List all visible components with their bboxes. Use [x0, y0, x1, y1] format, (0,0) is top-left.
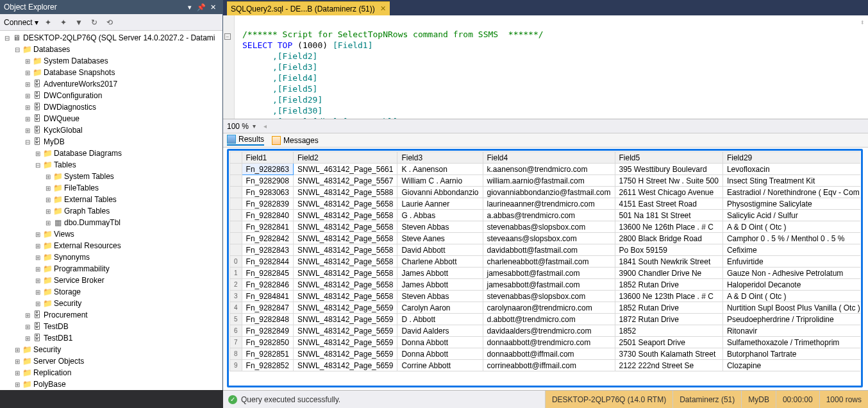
cell[interactable]: Fn_9284841 [242, 291, 293, 302]
filter-icon[interactable]: ▼ [73, 17, 85, 28]
table-row[interactable]: Fn_9282863SNWL_463142_Page_5661K . Aanen… [230, 164, 861, 175]
cell[interactable]: SNWL_483142_Page_5658 [293, 256, 397, 268]
cell[interactable]: SNWL_483142_Page_5658 [293, 210, 397, 221]
cell[interactable]: Gauze Non - Adhesive Petrolatum [722, 268, 860, 279]
tree-snapshots[interactable]: ⊞📁Database Snapshots [0, 67, 222, 78]
stop-icon[interactable]: ✦ [58, 17, 69, 28]
cell[interactable]: 13600 Ne 126th Place . # C [615, 221, 722, 233]
tree-filetables[interactable]: ⊞📁FileTables [0, 182, 222, 194]
sync-icon[interactable]: ⟲ [104, 17, 115, 28]
cell[interactable]: 13600 Ne 123th Place . # C [615, 291, 722, 302]
cell[interactable]: SNWL_483142_Page_5658 [293, 291, 397, 302]
cell[interactable]: laurineaanner@trendmicro.com [483, 198, 615, 210]
cell[interactable]: Fn_9282847 [242, 302, 293, 314]
tree-kyckglobal[interactable]: ⊞🗄KyckGlobal [0, 124, 222, 136]
table-row[interactable]: Fn_9283063SNWL_483142_Page_5588Giovanni … [230, 187, 861, 198]
cell[interactable]: jamesabbott@fastmail.com [483, 279, 615, 291]
refresh-icon[interactable]: ↻ [88, 17, 100, 28]
cell[interactable]: d.abbott@trendmicro.com [483, 314, 615, 325]
cell[interactable]: Camphor 0 . 5 % / Menthol 0 . 5 % [722, 233, 860, 244]
column-header[interactable]: Field29 [722, 152, 860, 164]
cell[interactable]: Po Box 59159 [615, 244, 722, 256]
tree-service-broker[interactable]: ⊞📁Service Broker [0, 275, 222, 286]
cell[interactable]: Cefixime [722, 244, 860, 256]
cell[interactable]: Steven Abbas [397, 221, 483, 233]
cell[interactable]: SNWL_483142_Page_5659 [293, 314, 397, 325]
cell[interactable]: jamesabbott@fastmail.com [483, 268, 615, 279]
cell[interactable]: 1750 H Street Nw . Suite 500 [615, 175, 722, 187]
cell[interactable]: A & D Oint ( Otc ) [722, 221, 860, 233]
document-tab[interactable]: SQLQuery2.sql - DE...B (Dataminerz (51))… [227, 1, 390, 15]
tree-dwdiagnostics[interactable]: ⊞🗄DWDiagnostics [0, 101, 222, 113]
cell[interactable]: Donna Abbott [397, 348, 483, 360]
column-header[interactable]: Field4 [483, 152, 615, 164]
cell[interactable]: Fn_9282844 [242, 256, 293, 268]
cell[interactable]: donnaabbott@trendmicro.com [483, 337, 615, 348]
table-row[interactable]: Fn_9282843SNWL_483142_Page_5658David Abb… [230, 244, 861, 256]
tree-views[interactable]: ⊞📁Views [0, 228, 222, 240]
tree-synonyms[interactable]: ⊞📁Synonyms [0, 251, 222, 263]
zoom-dropdown-icon[interactable]: ▾ [253, 123, 256, 130]
cell[interactable]: stevenabbas@slopsbox.com [483, 221, 615, 233]
cell[interactable]: SNWL_463142_Page_5661 [293, 164, 397, 175]
cell[interactable]: SNWL_483142_Page_5658 [293, 198, 397, 210]
cell[interactable]: 1852 Rutan Drive [615, 302, 722, 314]
tree-dummy-table[interactable]: ⊞▦dbo.DummayTbl [0, 217, 222, 228]
table-row[interactable]: 2Fn_9282846SNWL_483142_Page_5658James Ab… [230, 279, 861, 291]
tree-external-resources[interactable]: ⊞📁External Resources [0, 240, 222, 251]
cell[interactable]: steveaans@slopsbox.com [483, 233, 615, 244]
cell[interactable]: Fn_9282863 [242, 164, 293, 175]
tab-close-icon[interactable]: ✕ [380, 4, 386, 13]
cell[interactable]: 395 Westtibury Boulevard [615, 164, 722, 175]
cell[interactable]: SNWL_483142_Page_5658 [293, 233, 397, 244]
cell[interactable]: 501 Na 181 St Street [615, 210, 722, 221]
tree-testdb[interactable]: ⊞🗄TestDB [0, 321, 222, 332]
cell[interactable]: SNWL_483142_Page_5658 [293, 221, 397, 233]
column-header[interactable]: Field2 [293, 152, 397, 164]
cell[interactable]: James Abbott [397, 268, 483, 279]
cell[interactable]: G . Abbas [397, 210, 483, 221]
cell[interactable]: Fn_9282848 [242, 314, 293, 325]
tree-procurement[interactable]: ⊞🗄Procurement [0, 309, 222, 321]
collapse-marker-icon[interactable]: − [224, 33, 231, 40]
cell[interactable]: SNWL_483142_Page_5659 [293, 302, 397, 314]
cell[interactable]: SNWL_483142_Page_5658 [293, 279, 397, 291]
tree-mydb[interactable]: ⊟🗄MyDB [0, 136, 222, 148]
cell[interactable]: A & D Oint ( Otc ) [722, 291, 860, 302]
connect-button[interactable]: Connect ▾ [4, 18, 38, 27]
tree-graph-tables[interactable]: ⊞📁Graph Tables [0, 205, 222, 217]
cell[interactable]: SNWL_483142_Page_5659 [293, 360, 397, 371]
cell[interactable]: Fn_9282840 [242, 210, 293, 221]
cell[interactable]: davidaalders@trendmicro.com [483, 325, 615, 337]
cell[interactable]: giovanniabbondanzio@fastmail.com [483, 187, 615, 198]
cell[interactable]: donnaabbott@iffmail.com [483, 348, 615, 360]
zoom-value[interactable]: 100 % [227, 122, 249, 131]
cell[interactable]: charleneabbott@fastmail.com [483, 256, 615, 268]
cell[interactable]: Pseudoepherdrine / Triprolidine [722, 314, 860, 325]
cell[interactable]: Ritonavir [722, 325, 860, 337]
column-header[interactable]: Field3 [397, 152, 483, 164]
tree-server-objects[interactable]: ⊞📁Server Objects [0, 355, 222, 367]
cell[interactable]: SNWL_483142_Page_5658 [293, 268, 397, 279]
tree-replication[interactable]: ⊞📁Replication [0, 367, 222, 378]
cell[interactable]: Corrine Abbott [397, 360, 483, 371]
cell[interactable]: Carolyn Aaron [397, 302, 483, 314]
cell[interactable]: Haloperidol Decanote [722, 279, 860, 291]
cell[interactable]: Fn_9282845 [242, 268, 293, 279]
cell[interactable]: carolynaaron@trendmicro.com [483, 302, 615, 314]
cell[interactable]: corrineabbott@iffmail.com [483, 360, 615, 371]
cell[interactable]: Insect Sting Treatment Kit [722, 175, 860, 187]
cell[interactable]: 1841 South Newkrik Street [615, 256, 722, 268]
cell[interactable]: Fn_9283063 [242, 187, 293, 198]
results-tab[interactable]: Results [227, 135, 264, 146]
tree-dwconfiguration[interactable]: ⊞🗄DWConfiguration [0, 90, 222, 101]
tree-polybase[interactable]: ⊞📁PolyBase [0, 378, 222, 390]
cell[interactable]: SNWL_483142_Page_5659 [293, 337, 397, 348]
table-row[interactable]: 4Fn_9282847SNWL_483142_Page_5659Carolyn … [230, 302, 861, 314]
cell[interactable]: SNWL_483142_Page_5659 [293, 325, 397, 337]
table-row[interactable]: 0Fn_9282844SNWL_483142_Page_5658Charlene… [230, 256, 861, 268]
cell[interactable]: Fn_9282852 [242, 360, 293, 371]
cell[interactable]: D . Abbott [397, 314, 483, 325]
pin-icon[interactable]: 📌 [196, 1, 207, 13]
cell[interactable]: Giovanni Abbondanzio [397, 187, 483, 198]
